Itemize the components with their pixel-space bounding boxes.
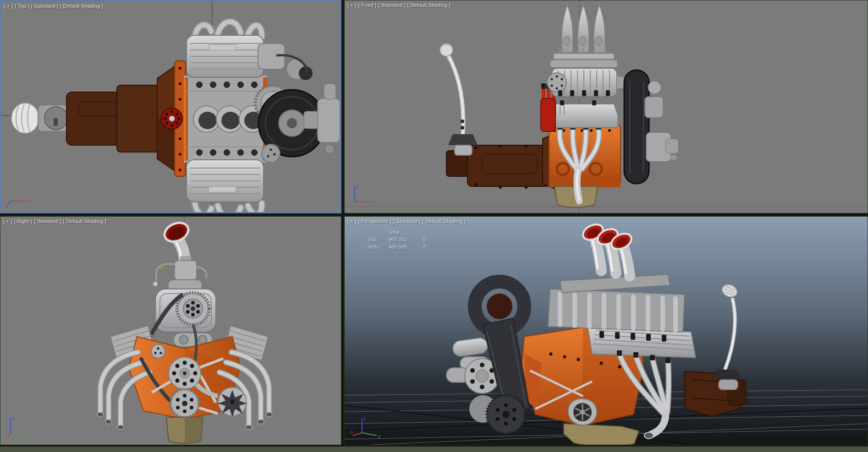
water-pump-wheel[interactable] bbox=[568, 399, 597, 425]
viewport-quad-layout: [ + ] [ Top ] [ Standard ] [ Default Sha… bbox=[0, 0, 868, 452]
axis-x-label: x bbox=[29, 199, 31, 204]
axis-z-label: z bbox=[363, 416, 366, 421]
engine-model-front-view[interactable] bbox=[440, 4, 678, 207]
viewport-pov-menu[interactable]: [ Right ] bbox=[14, 218, 33, 224]
viewport-renderer-menu[interactable]: [ Standard ] bbox=[378, 2, 405, 8]
viewport-general-menu[interactable]: [ + ] bbox=[347, 218, 357, 224]
viewport-label-right: [ + ] [ Right ] [ Standard ] [ Default S… bbox=[3, 218, 106, 224]
axis-z-label: z bbox=[12, 416, 14, 421]
viewport-label-top: [ + ] [ Top ] [ Standard ] [ Default Sha… bbox=[4, 3, 103, 9]
viewport-top[interactable]: [ + ] [ Top ] [ Standard ] [ Default Sha… bbox=[0, 0, 341, 213]
viewport-right[interactable]: [ + ] [ Right ] [ Standard ] [ Default S… bbox=[0, 216, 341, 445]
stats-tris-total: 960 310 bbox=[389, 237, 423, 244]
statistics-overlay: Total Tris: 960 310 0 Verts: 480 588 0 bbox=[368, 229, 442, 251]
right-view-canvas[interactable] bbox=[0, 217, 341, 445]
viewport-pov-menu[interactable]: [ Top ] bbox=[15, 3, 29, 9]
axis-gizmo-front[interactable]: z x y bbox=[348, 181, 380, 209]
valve-cover-front[interactable] bbox=[546, 104, 618, 128]
axis-y-label: y bbox=[378, 434, 380, 439]
axis-z-label: z bbox=[6, 203, 8, 208]
axis-x-label: x bbox=[351, 430, 353, 435]
viewport-label-perspective: [ + ] [ Perspective ] [ Standard ] [ Def… bbox=[347, 218, 466, 224]
viewport-renderer-menu[interactable]: [ Standard ] bbox=[31, 3, 58, 9]
engine-model-right-view[interactable] bbox=[97, 219, 272, 443]
viewport-pov-menu[interactable]: [ Front ] bbox=[358, 2, 377, 8]
front-view-canvas[interactable] bbox=[345, 0, 868, 213]
stats-tris-label: Tris: bbox=[368, 237, 389, 244]
intake-trumpets-top[interactable] bbox=[193, 106, 266, 132]
viewport-shading-menu[interactable]: [ Default Shading ] bbox=[63, 218, 106, 224]
stats-verts-label: Verts: bbox=[368, 244, 389, 251]
viewport-shading-menu[interactable]: [ Default Shading ] bbox=[423, 218, 466, 224]
velocity-stacks-front[interactable] bbox=[560, 4, 606, 54]
axis-x-label: x bbox=[372, 200, 374, 205]
axis-gizmo-top[interactable]: y x z bbox=[5, 180, 37, 208]
stats-verts-total: 480 588 bbox=[389, 244, 423, 251]
axis-gizmo-perspective[interactable]: z y x bbox=[350, 413, 382, 441]
axis-y-label: y bbox=[349, 204, 352, 209]
gear-shifter-front[interactable] bbox=[440, 44, 478, 155]
viewport-shading-menu[interactable]: [ Default Shading ] bbox=[60, 3, 103, 9]
axis-gizmo-right[interactable]: z y x bbox=[4, 413, 36, 441]
engine-model-top-view[interactable] bbox=[11, 22, 340, 212]
viewport-renderer-menu[interactable]: [ Standard ] bbox=[34, 218, 61, 224]
stats-header-total: Total bbox=[389, 229, 423, 237]
stats-tris-selected: 0 bbox=[423, 237, 442, 244]
axis-y-label: y bbox=[28, 431, 30, 436]
intake-scoop[interactable] bbox=[162, 219, 192, 262]
crank-pulley[interactable] bbox=[169, 357, 201, 389]
axis-z-label: z bbox=[356, 184, 358, 189]
window-bottom-edge bbox=[0, 446, 868, 452]
viewport-general-menu[interactable]: [ + ] bbox=[347, 2, 357, 8]
viewport-general-menu[interactable]: [ + ] bbox=[3, 218, 12, 224]
viewport-pov-menu[interactable]: [ Perspective ] bbox=[358, 218, 392, 224]
viewport-renderer-menu[interactable]: [ Standard ] bbox=[393, 218, 420, 224]
viewport-general-menu[interactable]: [ + ] bbox=[4, 3, 13, 9]
viewport-front[interactable]: [ + ] [ Front ] [ Standard ] [ Default S… bbox=[344, 0, 868, 213]
axis-x-label: x bbox=[5, 436, 7, 441]
drive-belt-front[interactable] bbox=[624, 70, 649, 184]
viewport-label-front: [ + ] [ Front ] [ Standard ] [ Default S… bbox=[347, 2, 450, 8]
top-view-canvas[interactable] bbox=[1, 1, 340, 212]
stats-verts-selected: 0 bbox=[423, 244, 442, 251]
lower-gear[interactable] bbox=[170, 389, 199, 418]
viewport-perspective[interactable]: [ + ] [ Perspective ] [ Standard ] [ Def… bbox=[344, 216, 868, 445]
axis-y-label: y bbox=[13, 183, 15, 188]
viewport-shading-menu[interactable]: [ Default Shading ] bbox=[407, 2, 450, 8]
